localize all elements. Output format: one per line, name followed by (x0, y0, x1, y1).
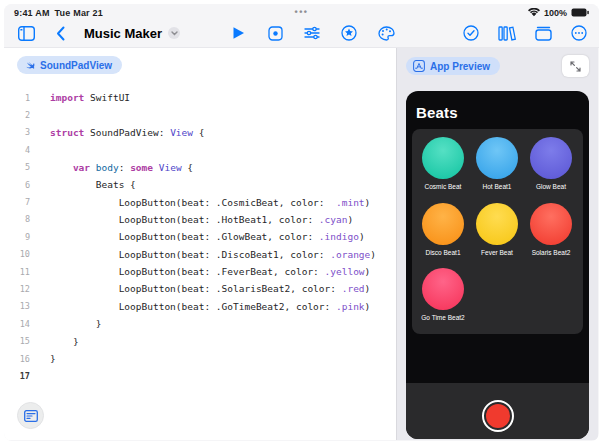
record-dot-icon (486, 404, 510, 428)
status-time: 9:41 AM (14, 8, 50, 18)
line-number: 9 (4, 232, 30, 242)
code-line[interactable]: 5 var body: some View { (4, 159, 396, 176)
swift-icon (24, 59, 36, 71)
check-tasks-button[interactable] (461, 23, 481, 43)
app-preview-pill[interactable]: App Preview (406, 57, 500, 75)
beat-button[interactable] (476, 137, 518, 179)
code-line[interactable]: 11 LoopButton(beat: .FeverBeat, color: .… (4, 263, 396, 280)
playgrounds-window: 9:41 AMTue Mar 21 ••• 100% Music Maker (4, 4, 599, 441)
beat-label: Fever Beat (481, 249, 513, 256)
line-number: 8 (4, 214, 30, 224)
code-line[interactable]: 8 LoopButton(beat: .HotBeat1, color: .cy… (4, 211, 396, 228)
code-text: LoopButton(beat: .GoTimeBeat2, color: .p… (50, 301, 370, 312)
code-line[interactable]: 9 LoopButton(beat: .GlowBeat, color: .in… (4, 228, 396, 245)
line-number: 4 (4, 145, 30, 155)
beat-cell: Solaris Beat2 (524, 203, 578, 268)
code-text: } (50, 353, 56, 364)
beat-button[interactable] (422, 137, 464, 179)
line-number: 15 (4, 336, 30, 346)
beat-cell: Go Time Beat2 (416, 268, 470, 333)
code-text: struct SoundPadView: View { (50, 127, 204, 138)
line-number: 2 (4, 110, 30, 120)
line-number: 6 (4, 180, 30, 190)
status-date: Tue Mar 21 (55, 8, 103, 18)
guide-star-button[interactable] (339, 23, 359, 43)
status-bar: 9:41 AMTue Mar 21 ••• 100% (4, 4, 599, 19)
app-preview-label: App Preview (430, 61, 490, 72)
record-bar (406, 383, 589, 439)
palette-button[interactable] (376, 23, 396, 43)
beat-label: Hot Beat1 (483, 183, 512, 190)
code-text: LoopButton(beat: .GlowBeat, color: .indi… (50, 231, 365, 242)
code-line[interactable]: 15 } (4, 332, 396, 349)
file-tab-soundpadview[interactable]: SoundPadView (17, 56, 122, 74)
line-number: 12 (4, 284, 30, 294)
status-time-date: 9:41 AMTue Mar 21 (14, 8, 103, 18)
beat-cell: Fever Beat (470, 203, 524, 268)
line-number: 1 (4, 93, 30, 103)
code-line[interactable]: 12 LoopButton(beat: .SolarisBeat2, color… (4, 280, 396, 297)
record-button[interactable] (482, 400, 514, 432)
code-line[interactable]: 16} (4, 350, 396, 367)
beat-button[interactable] (530, 203, 572, 245)
code-line[interactable]: 7 LoopButton(beat: .CosmicBeat, color: .… (4, 193, 396, 210)
code-line[interactable]: 2 (4, 106, 396, 123)
code-text: Beats { (50, 179, 136, 190)
line-number: 5 (4, 162, 30, 172)
beat-button[interactable] (530, 137, 572, 179)
battery-percent: 100% (544, 8, 567, 18)
snippets-keyboard-button[interactable] (17, 402, 44, 429)
line-number: 16 (4, 354, 30, 364)
library-books-button[interactable] (497, 23, 517, 43)
code-line[interactable]: 10 LoopButton(beat: .DiscoBeat1, color: … (4, 246, 396, 263)
code-line[interactable]: 3struct SoundPadView: View { (4, 124, 396, 141)
code-line[interactable]: 17 (4, 367, 396, 384)
code-text: } (50, 318, 101, 329)
line-number: 17 (4, 371, 30, 381)
back-button[interactable] (50, 23, 70, 43)
app-preview-pane: App Preview Beats Cosmic BeatHot Beat1Gl… (397, 48, 598, 440)
document-title-menu[interactable]: Music Maker (84, 26, 180, 41)
toolbar: Music Maker (4, 19, 599, 48)
code-line[interactable]: 6 Beats { (4, 176, 396, 193)
preview-title: Beats (406, 91, 589, 121)
code-editor-pane[interactable]: SoundPadView 1import SwiftUI23struct Sou… (4, 48, 397, 440)
expand-preview-button[interactable] (562, 55, 589, 77)
code-text: import SwiftUI (50, 92, 130, 103)
beat-label: Glow Beat (536, 183, 566, 190)
code-line[interactable]: 14 } (4, 315, 396, 332)
code-line[interactable]: 13 LoopButton(beat: .GoTimeBeat2, color:… (4, 298, 396, 315)
code-text: LoopButton(beat: .HotBeat1, color: .cyan… (50, 214, 353, 225)
battery-icon (571, 8, 589, 17)
beat-label: Solaris Beat2 (532, 249, 571, 256)
beat-label: Cosmic Beat (425, 183, 462, 190)
record-preview-button[interactable] (265, 23, 285, 43)
code-line[interactable]: 1import SwiftUI (4, 89, 396, 106)
beat-button[interactable] (422, 268, 464, 310)
beat-cell: Disco Beat1 (416, 203, 470, 268)
phone-preview: Beats Cosmic BeatHot Beat1Glow BeatDisco… (406, 91, 589, 439)
code-line[interactable]: 4 (4, 141, 396, 158)
code-block[interactable]: 1import SwiftUI23struct SoundPadView: Vi… (4, 89, 396, 385)
line-number: 11 (4, 267, 30, 277)
projects-tray-button[interactable] (533, 23, 553, 43)
code-text: LoopButton(beat: .CosmicBeat, color: .mi… (50, 197, 370, 208)
code-text: LoopButton(beat: .FeverBeat, color: .yel… (50, 266, 370, 277)
app-store-icon (413, 60, 425, 72)
beat-button[interactable] (476, 203, 518, 245)
beat-button[interactable] (422, 203, 464, 245)
line-number: 13 (4, 301, 30, 311)
beats-panel: Cosmic BeatHot Beat1Glow BeatDisco Beat1… (412, 129, 583, 334)
line-number: 14 (4, 319, 30, 329)
sidebar-toggle-button[interactable] (16, 23, 36, 43)
beat-cell: Hot Beat1 (470, 137, 524, 202)
line-number: 3 (4, 127, 30, 137)
line-number: 7 (4, 197, 30, 207)
beat-cell: Cosmic Beat (416, 137, 470, 202)
beat-label: Disco Beat1 (425, 249, 460, 256)
beat-label: Go Time Beat2 (421, 314, 464, 321)
more-ellipsis-button[interactable] (569, 23, 589, 43)
settings-sliders-button[interactable] (302, 23, 322, 43)
run-play-button[interactable] (228, 23, 248, 43)
line-number: 10 (4, 249, 30, 259)
